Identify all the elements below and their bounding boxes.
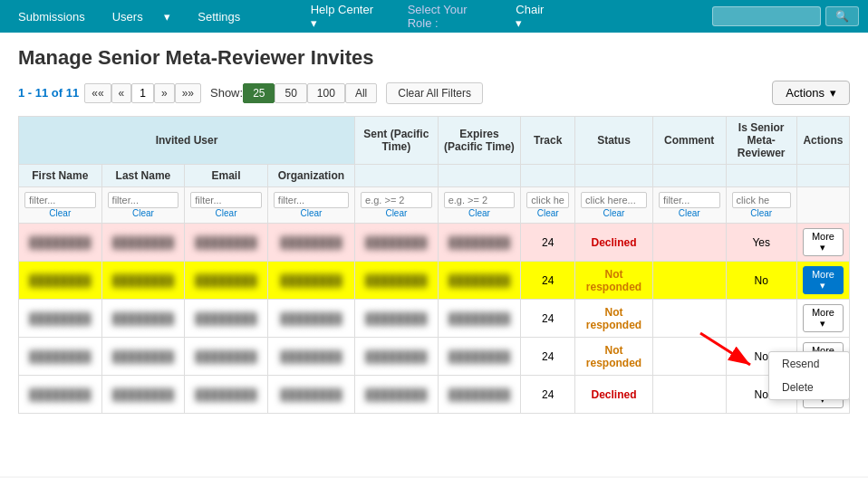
help-dropdown-arrow: ▾ <box>302 16 326 30</box>
clear-track[interactable]: Clear <box>526 208 569 218</box>
status-cell: Not responded <box>575 262 653 300</box>
track-filter[interactable] <box>526 192 569 208</box>
resend-menu-item[interactable]: Resend <box>769 352 849 376</box>
top-navigation: Submissions Users ▾ Settings Help Center… <box>0 0 868 33</box>
show-label: Show: <box>210 86 243 100</box>
sent-time-cell: ████████ <box>355 300 439 338</box>
table-wrapper: Invited User Sent (Pacific Time) Expires… <box>18 116 850 414</box>
show-100-button[interactable]: 100 <box>307 83 345 103</box>
sent-time-filter[interactable] <box>361 192 432 208</box>
expires-time-filter[interactable] <box>444 192 516 208</box>
help-center-link[interactable]: Help Center ▾ <box>293 3 399 30</box>
show-50-button[interactable]: 50 <box>275 83 306 103</box>
nav-submissions[interactable]: Submissions <box>9 10 94 24</box>
last-name-cell: ████████ <box>101 300 185 338</box>
nav-users[interactable]: Users ▾ <box>94 10 189 24</box>
first-name-cell: ████████ <box>19 338 102 376</box>
actions-dropdown-button[interactable]: Actions ▾ <box>772 81 850 105</box>
show-all-button[interactable]: All <box>345 83 377 103</box>
clear-email[interactable]: Clear <box>190 208 262 218</box>
is-senior-meta-cell <box>726 300 796 338</box>
current-page[interactable]: 1 <box>131 83 154 103</box>
blurred-cell: ████████ <box>365 388 427 401</box>
more-actions-button[interactable]: More ▾ <box>803 304 844 332</box>
pagination-bar: 1 - 11 of 11 «« « 1 » »» Show: 25 50 100… <box>18 81 850 105</box>
blurred-cell: ████████ <box>448 350 510 363</box>
clear-sent-time[interactable]: Clear <box>361 208 432 218</box>
organization-cell: ████████ <box>267 376 354 414</box>
blurred-cell: ████████ <box>196 350 257 363</box>
email-cell: ████████ <box>185 376 268 414</box>
status-cell: Not responded <box>575 338 653 376</box>
blurred-cell: ████████ <box>29 274 91 287</box>
blurred-cell: ████████ <box>448 312 510 325</box>
role-selector[interactable]: Chair ▾ <box>497 3 575 30</box>
organization-cell: ████████ <box>267 300 354 338</box>
email-cell: ████████ <box>185 224 268 262</box>
actions-cell: More ▾ <box>796 300 849 338</box>
search-input[interactable] <box>712 6 821 26</box>
filter-row: Clear Clear Clear Clear Clear Clear Clea… <box>19 187 850 224</box>
blurred-cell: ████████ <box>29 388 91 401</box>
first-page-button[interactable]: «« <box>84 83 111 103</box>
blurred-cell: ████████ <box>29 350 91 363</box>
clear-status[interactable]: Clear <box>581 208 647 218</box>
email-filter[interactable] <box>190 192 262 208</box>
nav-center: Help Center ▾ Select Your Role : Chair ▾ <box>293 3 576 30</box>
delete-menu-item[interactable]: Delete <box>769 376 849 399</box>
first-name-filter[interactable] <box>24 192 96 208</box>
blurred-cell: ████████ <box>448 236 510 249</box>
more-actions-button[interactable]: More ▾ <box>803 266 844 294</box>
clear-expires-time[interactable]: Clear <box>444 208 516 218</box>
blurred-cell: ████████ <box>280 274 342 287</box>
is-senior-meta-cell: No <box>726 262 796 300</box>
show-25-button[interactable]: 25 <box>243 83 275 103</box>
blurred-cell: ████████ <box>448 388 510 401</box>
is-senior-meta-filter[interactable] <box>732 192 791 208</box>
last-name-cell: ████████ <box>101 376 185 414</box>
track-cell: 24 <box>521 262 575 300</box>
sent-time-cell: ████████ <box>355 376 439 414</box>
first-name-cell: ████████ <box>19 224 102 262</box>
track-cell: 24 <box>521 338 575 376</box>
expires-time-cell: ████████ <box>438 338 521 376</box>
status-header: Status <box>575 117 653 165</box>
blurred-cell: ████████ <box>196 236 257 249</box>
blurred-cell: ████████ <box>448 274 510 287</box>
comment-filter[interactable] <box>659 192 720 208</box>
clear-comment[interactable]: Clear <box>659 208 720 218</box>
organization-cell: ████████ <box>267 224 354 262</box>
actions-section: Actions ▾ <box>772 81 850 105</box>
clear-organization[interactable]: Clear <box>274 208 349 218</box>
next-page-button[interactable]: » <box>154 83 175 103</box>
clear-is-senior-meta[interactable]: Clear <box>732 208 791 218</box>
search-button[interactable]: 🔍 <box>825 6 859 26</box>
organization-filter[interactable] <box>274 192 349 208</box>
last-name-cell: ████████ <box>101 338 185 376</box>
nav-settings[interactable]: Settings <box>188 10 249 24</box>
sent-time-cell: ████████ <box>355 224 439 262</box>
first-name-cell: ████████ <box>19 376 102 414</box>
more-actions-button[interactable]: More ▾ <box>803 228 844 256</box>
first-name-cell: ████████ <box>19 300 102 338</box>
sent-time-cell: ████████ <box>355 262 439 300</box>
row-actions-dropdown: Resend Delete <box>768 351 850 400</box>
organization-cell: ████████ <box>267 262 354 300</box>
last-page-button[interactable]: »» <box>175 83 201 103</box>
expires-time-cell: ████████ <box>438 262 521 300</box>
blurred-cell: ████████ <box>365 274 427 287</box>
blurred-cell: ████████ <box>365 312 427 325</box>
status-cell: Not responded <box>575 300 653 338</box>
users-dropdown-arrow: ▾ <box>155 10 179 24</box>
clear-first-name[interactable]: Clear <box>24 208 96 218</box>
clear-last-name[interactable]: Clear <box>108 208 179 218</box>
last-name-filter[interactable] <box>108 192 179 208</box>
clear-all-filters-button[interactable]: Clear All Filters <box>386 82 483 104</box>
status-filter[interactable] <box>581 192 647 208</box>
table-row: ████████ ████████ ████████ ████████ ████… <box>19 300 850 338</box>
expires-time-header: Expires (Pacific Time) <box>438 117 521 165</box>
email-cell: ████████ <box>185 300 268 338</box>
prev-page-button[interactable]: « <box>111 83 132 103</box>
select-role-label: Select Your Role : <box>399 3 493 30</box>
is-senior-meta-header: Is Senior Meta-Reviewer <box>726 117 796 165</box>
